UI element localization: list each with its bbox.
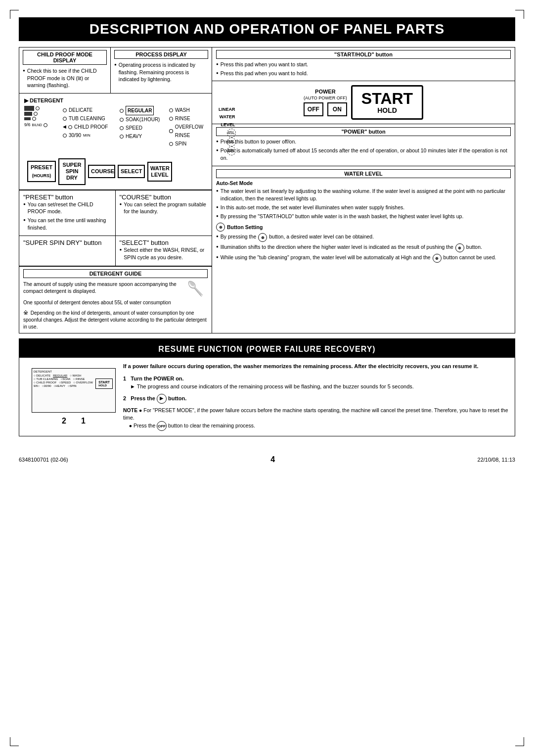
desc-grid: "PRESET" button You can set/reset the CH…	[19, 190, 212, 266]
start-hold-inline-btn[interactable]: ▶	[157, 394, 167, 404]
water-34l: 34L	[219, 138, 236, 146]
super-spin-dry-button[interactable]: SUPERSPIN DRY	[58, 158, 86, 185]
resume-note: NOTE ● For "PRESET MODE", if the power f…	[123, 407, 510, 431]
det-icon-large	[24, 106, 34, 111]
detergent-col: 9/6 BILND	[24, 106, 63, 155]
process-display-bullet: Operating process is indicated by flashi…	[114, 61, 208, 83]
btn-setting-icon: ⊕	[216, 223, 225, 232]
preset-sub: (HOURS)	[32, 174, 51, 179]
course-button[interactable]: COURSE	[88, 165, 115, 178]
start-hold-bullet-1: Press this pad when you want to start.	[216, 61, 511, 68]
power-btn-desc: "POWER" button Press this button to powe…	[212, 124, 515, 166]
mini-start-btn: START HOLD	[95, 378, 113, 389]
mini-num-2: 2	[62, 417, 66, 425]
mini-hold-label: HOLD	[98, 384, 110, 387]
resume-step-1: 1 Turn the POWER on. ► The progress and …	[123, 375, 510, 391]
speed-label: SPEED	[126, 124, 142, 132]
select-desc-title: "SELECT" button	[120, 239, 169, 246]
off-on-row: OFF ON	[304, 102, 347, 116]
btn-setting-bullet-3: While using the "tub cleaning" program, …	[216, 254, 511, 263]
washer-panel-diagram: DETERGENT	[19, 94, 212, 189]
circle-soak	[120, 118, 124, 122]
auto-set-bullet-1: The water level is set linearly by adjus…	[216, 188, 511, 202]
circle-45l: 45L	[227, 129, 236, 138]
corner-mark-bl	[10, 737, 19, 746]
step-1-num: 1	[123, 376, 129, 381]
on-button[interactable]: ON	[327, 102, 347, 116]
hold-label: HOLD	[361, 106, 413, 114]
off-button[interactable]: OFF	[304, 102, 323, 116]
power-label: POWER (AUTO POWER OFF)	[304, 89, 347, 100]
start-hold-title: "START/HOLD" button	[216, 50, 511, 59]
mode-child-label: CHILD PROOF	[74, 123, 108, 131]
child-proof-title: CHILD PROOF MODE DISPLAY	[23, 50, 107, 65]
power-bullet-2: Power is automatically turned off about …	[216, 147, 511, 161]
note-symbol: ※	[23, 309, 28, 316]
off-inline-btn[interactable]: OFF	[157, 421, 167, 431]
start-hold-container[interactable]: START HOLD	[351, 85, 423, 120]
mode-30-90: 30/90 MIN	[63, 131, 120, 140]
start-hold-bullet-2: Press this pad when you want to hold.	[216, 70, 511, 77]
power-btn-bullets: Press this button to power off/on. Power…	[216, 138, 511, 161]
water-col: LINEAR WATER LEVEL 45L 34L 22L	[219, 106, 238, 155]
resume-left: DETERGENT ○ DELICATE REGULAR ○ WASH ○ TU…	[24, 363, 123, 431]
inline-btn-icon-2: ⊕	[455, 243, 464, 252]
child-proof-section: CHILD PROOF MODE DISPLAY Check this to s…	[19, 47, 111, 93]
power-btn-title: "POWER" button	[216, 127, 511, 136]
wash-label: WASH	[175, 106, 190, 114]
water-level-label: WATERLEVEL	[150, 165, 170, 178]
note-label: NOTE ●	[123, 407, 142, 413]
footer-date: 22/10/08, 11:13	[478, 457, 515, 463]
mode-tub-cleaning: TUB CLEANING	[63, 114, 120, 123]
select-desc-bullets: Select either the WASH, RINSE, or SPIN c…	[120, 246, 208, 261]
super-spin-desc-cell: "SUPER SPIN DRY" button	[19, 236, 116, 266]
button-setting-bullets: By pressing the ⊕ button, a desired wate…	[216, 233, 511, 263]
preset-button[interactable]: PRESET (HOURS)	[27, 161, 56, 182]
course-desc-cell: "COURSE" button You can select the progr…	[116, 190, 212, 236]
circle-wash	[169, 108, 173, 112]
mini-num-1: 1	[81, 417, 86, 425]
circle-tub	[63, 117, 67, 121]
water-45l: 45L	[219, 129, 236, 138]
one-spoon-text: One spoonful of detergent denotes about …	[23, 299, 208, 306]
start-hold-header: "START/HOLD" button Press this pad when …	[212, 47, 515, 81]
select-button[interactable]: SELECT	[118, 165, 145, 178]
select-label: SELECT	[121, 168, 142, 174]
circle-delicate	[63, 108, 67, 112]
corner-mark-br	[515, 737, 524, 746]
rinse-rinse: RINSE	[169, 114, 219, 123]
course-desc-title: "COURSE" button	[120, 193, 172, 201]
preset-label: PRESET	[31, 164, 52, 170]
mini-start-label: START	[98, 380, 110, 384]
process-display-title: PROCESS DISPLAY	[114, 50, 208, 59]
footer-page-num: 4	[270, 455, 275, 464]
process-display-desc: Operating process is indicated by flashi…	[114, 61, 208, 83]
select-bullet-1: Select either the WASH, RINSE, or SPIN c…	[120, 246, 208, 261]
arrow-child: ◀	[63, 123, 66, 131]
step-1-title: Turn the POWER on.	[131, 376, 183, 381]
rinse-overflow: OVERFLOW RINSE	[169, 123, 219, 140]
dg-icon: 🥄	[183, 281, 208, 297]
circle-34l: 34L	[227, 138, 236, 146]
circle-rinse	[169, 117, 173, 121]
water-level-button[interactable]: WATERLEVEL	[147, 162, 172, 182]
wash-col: REGULAR SOAK(1HOUR) SPEED HEAVY	[120, 106, 169, 155]
start-big-label: START	[361, 91, 413, 106]
step-2-title: Press the	[131, 395, 157, 401]
rinse-col: WASH RINSE OVERFLOW RINSE SPIN	[169, 106, 219, 155]
power-sub: (AUTO POWER OFF)	[304, 95, 347, 100]
page-title: DESCRIPTION AND OPERATION OF PANEL PARTS	[19, 17, 515, 41]
overflow-label: OVERFLOW RINSE	[175, 123, 219, 140]
circle-reg	[120, 109, 124, 113]
preset-bullet-1: You can set/reset the CHILD PROOF mode.	[23, 201, 111, 215]
nine-six-label: 9/6	[24, 122, 31, 129]
mode-30-90-label: 30/90	[69, 131, 81, 140]
step-2-button: button.	[168, 395, 186, 401]
circle-child	[68, 125, 72, 129]
rinse-spin: SPIN	[169, 140, 219, 148]
corner-mark-tl	[10, 10, 19, 19]
water-level-section: WATER LEVEL Auto-Set Mode The water leve…	[212, 166, 515, 333]
min-label: MIN	[83, 132, 90, 139]
child-proof-desc: Check this to see if the CHILD PROOF mod…	[23, 67, 107, 89]
start-hold-visual: START HOLD	[351, 85, 423, 120]
